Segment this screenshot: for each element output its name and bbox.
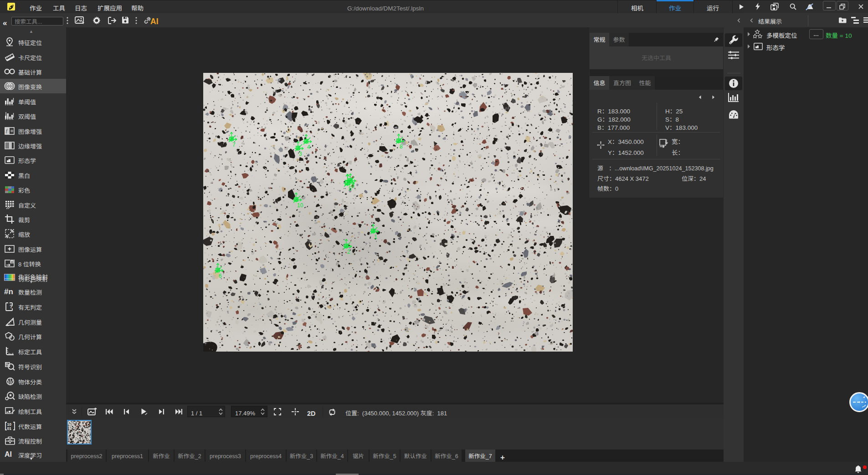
svg-text:8: 8 [400, 143, 403, 150]
svg-text:2: 2 [347, 249, 350, 255]
svg-text:#n: #n [4, 288, 13, 295]
svg-text:4: 4 [307, 144, 310, 150]
svg-text:?: ? [10, 304, 13, 309]
svg-text:ID: ID [5, 362, 7, 364]
svg-text:6: 6 [219, 273, 222, 279]
svg-text:7: 7 [232, 142, 236, 148]
svg-text:9: 9 [351, 183, 354, 189]
svg-text:8: 8 [11, 260, 13, 264]
svg-text:AI: AI [5, 450, 12, 458]
svg-text:01: 01 [7, 426, 12, 430]
svg-text:3: 3 [299, 151, 302, 157]
svg-text:1: 1 [374, 234, 377, 240]
svg-text:10: 10 [297, 202, 303, 209]
